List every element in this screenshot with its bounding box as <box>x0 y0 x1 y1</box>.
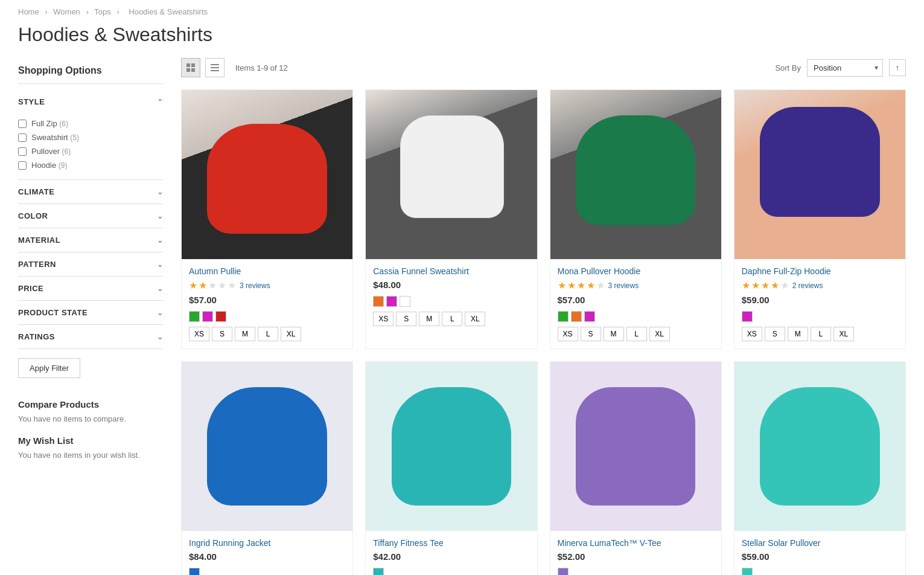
product-name-1[interactable]: Autumn Pullie <box>189 266 345 276</box>
swatch-teal2-8[interactable] <box>742 568 753 575</box>
style-fullzip-label[interactable]: Full Zip (6) <box>31 119 68 128</box>
sort-asc-button[interactable]: ↑ <box>889 59 906 76</box>
size-m-1[interactable]: M <box>235 327 255 341</box>
style-sweatshirt-label[interactable]: Sweatshirt (5) <box>31 133 79 142</box>
swatch-green-3[interactable] <box>558 311 569 322</box>
size-xs-4[interactable]: XS <box>742 327 762 341</box>
size-xs-2[interactable]: XS <box>373 312 393 326</box>
size-xl-2[interactable]: XL <box>465 312 485 326</box>
swatch-white-2[interactable] <box>400 296 410 307</box>
filter-pattern-header[interactable]: PATTERN ⌄ <box>18 252 163 276</box>
filter-material-header[interactable]: MATERIAL ⌄ <box>18 228 163 252</box>
filter-ratings-label: RATINGS <box>18 332 55 341</box>
product-name-4[interactable]: Daphne Full-Zip Hoodie <box>742 266 898 276</box>
product-name-8[interactable]: Stellar Solar Pullover <box>742 538 898 548</box>
product-card-8[interactable]: Stellar Solar Pullover $59.00 XS S M L X… <box>734 361 906 575</box>
size-buttons-4: XS S M L XL <box>742 327 898 341</box>
swatch-magenta-4[interactable] <box>742 311 753 322</box>
breadcrumb-women[interactable]: Women <box>53 7 80 16</box>
size-l-4[interactable]: L <box>811 327 831 341</box>
filter-color-header[interactable]: COLOR ⌄ <box>18 204 163 228</box>
product-card-5[interactable]: Ingrid Running Jacket $84.00 XS S M L XL <box>181 361 353 575</box>
sort-wrapper: Position Product Name Price <box>807 59 883 77</box>
filter-product-state: PRODUCT STATE ⌄ <box>18 301 163 325</box>
page-title: Hoodies & Sweatshirts <box>0 24 924 58</box>
apply-filter-button[interactable]: Apply Filter <box>18 358 80 378</box>
review-link-1[interactable]: 3 reviews <box>240 281 270 290</box>
filter-price-header[interactable]: PRICE ⌄ <box>18 277 163 300</box>
filter-product-state-label: PRODUCT STATE <box>18 308 88 317</box>
size-buttons-2: XS S M L XL <box>373 312 529 326</box>
color-swatches-8 <box>742 568 898 575</box>
filter-style-header[interactable]: STYLE ⌃ <box>18 90 163 114</box>
product-name-2[interactable]: Cassia Funnel Sweatshirt <box>373 266 529 276</box>
style-fullzip-checkbox[interactable] <box>18 120 27 128</box>
star-4-2: ★ <box>751 280 760 291</box>
size-s-3[interactable]: S <box>581 327 601 341</box>
breadcrumb-current: Hoodies & Sweatshirts <box>129 7 208 16</box>
size-xl-3[interactable]: XL <box>649 327 670 341</box>
product-image-2 <box>366 90 537 259</box>
swatch-magenta-1[interactable] <box>202 311 213 322</box>
filter-ratings-header[interactable]: RATINGS ⌄ <box>18 325 163 349</box>
product-card-2[interactable]: Cassia Funnel Sweatshirt $48.00 XS S M L… <box>365 89 537 349</box>
style-hoodie-checkbox[interactable] <box>18 161 27 170</box>
filter-color-label: COLOR <box>18 211 48 220</box>
product-image-placeholder-1 <box>182 90 352 259</box>
star-3-5: ★ <box>596 280 605 291</box>
product-name-3[interactable]: Mona Pullover Hoodie <box>558 266 714 276</box>
product-name-6[interactable]: Tiffany Fitness Tee <box>373 538 529 548</box>
size-m-3[interactable]: M <box>604 327 624 341</box>
size-xs-1[interactable]: XS <box>189 327 209 341</box>
product-card-3[interactable]: Mona Pullover Hoodie ★ ★ ★ ★ ★ 3 reviews… <box>550 89 722 349</box>
breadcrumb-tops[interactable]: Tops <box>94 7 110 16</box>
size-l-3[interactable]: L <box>626 327 647 341</box>
size-l-1[interactable]: L <box>258 327 278 341</box>
swatch-orange-2[interactable] <box>373 296 384 307</box>
star-4-3: ★ <box>761 280 769 291</box>
swatch-purple-7[interactable] <box>558 568 569 575</box>
size-m-2[interactable]: M <box>419 312 439 326</box>
product-name-7[interactable]: Minerva LumaTech™ V-Tee <box>558 538 714 548</box>
size-xl-4[interactable]: XL <box>833 327 854 341</box>
product-info-1: Autumn Pullie ★ ★ ★ ★ ★ 3 reviews $57.00 <box>182 259 352 349</box>
list-view-button[interactable] <box>205 58 225 77</box>
size-s-4[interactable]: S <box>765 327 785 341</box>
filter-product-state-header[interactable]: PRODUCT STATE ⌄ <box>18 301 163 324</box>
product-card-1[interactable]: Autumn Pullie ★ ★ ★ ★ ★ 3 reviews $57.00 <box>181 89 353 349</box>
swatch-red-1[interactable] <box>215 311 226 322</box>
size-l-2[interactable]: L <box>442 312 462 326</box>
size-m-4[interactable]: M <box>788 327 808 341</box>
product-card-6[interactable]: Tiffany Fitness Tee $42.00 XS S M L XL <box>365 361 537 575</box>
product-rating-1: ★ ★ ★ ★ ★ 3 reviews <box>189 280 345 291</box>
review-link-3[interactable]: 3 reviews <box>608 281 639 290</box>
product-price-6: $42.00 <box>373 551 529 562</box>
size-xl-1[interactable]: XL <box>281 327 301 341</box>
product-image-1 <box>182 90 352 259</box>
product-card-7[interactable]: Minerva LumaTech™ V-Tee $52.00 XS S M L … <box>550 361 722 575</box>
style-hoodie-label[interactable]: Hoodie (9) <box>31 161 67 170</box>
product-name-5[interactable]: Ingrid Running Jacket <box>189 538 345 548</box>
breadcrumb-home[interactable]: Home <box>18 7 39 16</box>
size-s-2[interactable]: S <box>396 312 416 326</box>
swatch-blue-5[interactable] <box>189 568 200 575</box>
style-sweatshirt-checkbox[interactable] <box>18 133 27 142</box>
star-3-4: ★ <box>587 280 595 291</box>
sort-select[interactable]: Position Product Name Price <box>807 59 883 77</box>
style-pullover-label[interactable]: Pullover (6) <box>31 147 71 156</box>
compare-products-text: You have no items to compare. <box>18 414 163 423</box>
size-s-1[interactable]: S <box>212 327 232 341</box>
swatch-magenta-3[interactable] <box>584 311 595 322</box>
style-fullzip: Full Zip (6) <box>18 117 163 130</box>
swatch-magenta-2[interactable] <box>386 296 397 307</box>
swatch-orange-3[interactable] <box>571 311 582 322</box>
filter-climate-header[interactable]: CLIMATE ⌄ <box>18 180 163 204</box>
product-image-6 <box>366 362 537 531</box>
style-pullover-checkbox[interactable] <box>18 147 27 156</box>
grid-view-button[interactable] <box>181 58 200 77</box>
swatch-teal-6[interactable] <box>373 568 384 575</box>
swatch-green-1[interactable] <box>189 311 200 322</box>
review-link-4[interactable]: 2 reviews <box>792 281 823 290</box>
size-xs-3[interactable]: XS <box>558 327 578 341</box>
product-card-4[interactable]: Daphne Full-Zip Hoodie ★ ★ ★ ★ ★ 2 revie… <box>734 89 906 349</box>
